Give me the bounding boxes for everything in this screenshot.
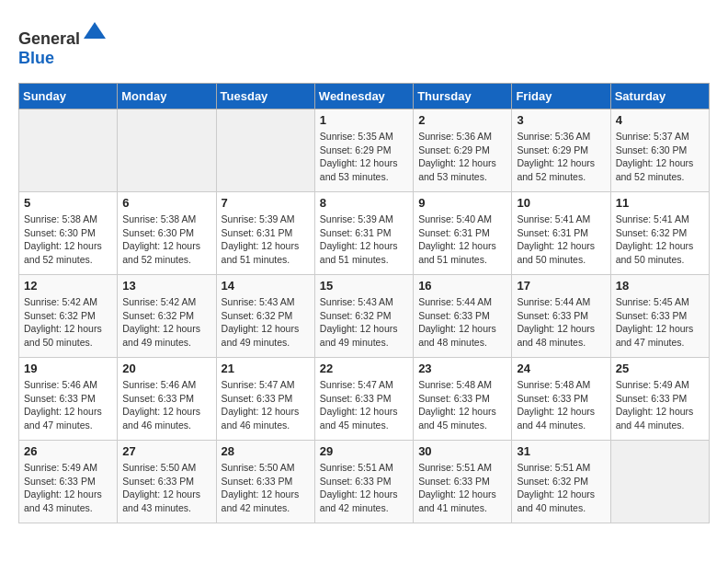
day-number: 15 (320, 279, 408, 293)
day-number: 10 (517, 196, 605, 210)
weekday-header-friday: Friday (512, 84, 610, 109)
day-info: Sunrise: 5:44 AMSunset: 6:33 PMDaylight:… (517, 295, 605, 350)
day-cell: 24Sunrise: 5:48 AMSunset: 6:33 PMDayligh… (512, 358, 610, 441)
day-cell: 10Sunrise: 5:41 AMSunset: 6:31 PMDayligh… (512, 192, 610, 275)
day-number: 22 (320, 362, 408, 375)
calendar-body: 1Sunrise: 5:35 AMSunset: 6:29 PMDaylight… (19, 109, 710, 523)
day-number: 7 (222, 196, 310, 210)
day-cell (118, 109, 216, 192)
day-number: 5 (24, 196, 112, 210)
day-info: Sunrise: 5:41 AMSunset: 6:32 PMDaylight:… (616, 213, 704, 267)
day-info: Sunrise: 5:35 AMSunset: 6:29 PMDaylight:… (320, 130, 408, 184)
day-number: 17 (517, 279, 605, 293)
day-info: Sunrise: 5:48 AMSunset: 6:33 PMDaylight:… (418, 378, 506, 432)
day-info: Sunrise: 5:51 AMSunset: 6:32 PMDaylight:… (517, 461, 605, 515)
day-number: 13 (122, 279, 210, 293)
week-row-1: 1Sunrise: 5:35 AMSunset: 6:29 PMDaylight… (19, 109, 710, 192)
weekday-header-sunday: Sunday (19, 84, 118, 109)
day-cell: 22Sunrise: 5:47 AMSunset: 6:33 PMDayligh… (314, 358, 413, 441)
day-number: 26 (24, 444, 112, 458)
day-info: Sunrise: 5:43 AMSunset: 6:32 PMDaylight:… (222, 295, 310, 350)
day-number: 1 (320, 113, 408, 127)
day-info: Sunrise: 5:37 AMSunset: 6:30 PMDaylight:… (616, 130, 704, 184)
logo: General Blue (18, 18, 108, 68)
day-cell: 14Sunrise: 5:43 AMSunset: 6:32 PMDayligh… (216, 275, 314, 358)
day-cell: 28Sunrise: 5:50 AMSunset: 6:33 PMDayligh… (216, 441, 314, 523)
logo-general: General (18, 29, 80, 48)
day-cell: 8Sunrise: 5:39 AMSunset: 6:31 PMDaylight… (314, 192, 413, 275)
day-number: 23 (418, 362, 506, 375)
logo-icon (82, 18, 108, 44)
day-info: Sunrise: 5:36 AMSunset: 6:29 PMDaylight:… (418, 130, 506, 184)
day-number: 9 (418, 196, 506, 210)
day-number: 2 (418, 113, 506, 127)
day-info: Sunrise: 5:49 AMSunset: 6:33 PMDaylight:… (616, 378, 704, 432)
day-cell: 4Sunrise: 5:37 AMSunset: 6:30 PMDaylight… (610, 109, 709, 192)
week-row-5: 26Sunrise: 5:49 AMSunset: 6:33 PMDayligh… (19, 441, 710, 523)
day-number: 27 (122, 444, 210, 458)
day-cell: 25Sunrise: 5:49 AMSunset: 6:33 PMDayligh… (610, 358, 709, 441)
day-info: Sunrise: 5:46 AMSunset: 6:33 PMDaylight:… (24, 378, 112, 432)
day-cell: 27Sunrise: 5:50 AMSunset: 6:33 PMDayligh… (118, 441, 216, 523)
day-info: Sunrise: 5:46 AMSunset: 6:33 PMDaylight:… (122, 378, 210, 432)
day-cell: 7Sunrise: 5:39 AMSunset: 6:31 PMDaylight… (216, 192, 314, 275)
weekday-header-monday: Monday (118, 84, 216, 109)
day-info: Sunrise: 5:42 AMSunset: 6:32 PMDaylight:… (122, 295, 210, 350)
day-number: 30 (418, 444, 506, 458)
day-cell (610, 441, 709, 523)
day-number: 20 (122, 362, 210, 375)
day-info: Sunrise: 5:40 AMSunset: 6:31 PMDaylight:… (418, 213, 506, 267)
day-number: 16 (418, 279, 506, 293)
day-info: Sunrise: 5:47 AMSunset: 6:33 PMDaylight:… (320, 378, 408, 432)
day-number: 29 (320, 444, 408, 458)
day-cell: 18Sunrise: 5:45 AMSunset: 6:33 PMDayligh… (610, 275, 709, 358)
day-cell: 6Sunrise: 5:38 AMSunset: 6:30 PMDaylight… (118, 192, 216, 275)
day-number: 8 (320, 196, 408, 210)
day-info: Sunrise: 5:47 AMSunset: 6:33 PMDaylight:… (222, 378, 310, 432)
day-info: Sunrise: 5:42 AMSunset: 6:32 PMDaylight:… (24, 295, 112, 350)
day-cell: 5Sunrise: 5:38 AMSunset: 6:30 PMDaylight… (19, 192, 118, 275)
day-number: 24 (517, 362, 605, 375)
day-cell: 19Sunrise: 5:46 AMSunset: 6:33 PMDayligh… (19, 358, 118, 441)
day-number: 21 (222, 362, 310, 375)
day-cell: 31Sunrise: 5:51 AMSunset: 6:32 PMDayligh… (512, 441, 610, 523)
day-info: Sunrise: 5:36 AMSunset: 6:29 PMDaylight:… (517, 130, 605, 184)
day-cell: 30Sunrise: 5:51 AMSunset: 6:33 PMDayligh… (414, 441, 512, 523)
calendar-table: SundayMondayTuesdayWednesdayThursdayFrid… (18, 83, 710, 523)
day-number: 4 (616, 113, 704, 127)
day-cell: 26Sunrise: 5:49 AMSunset: 6:33 PMDayligh… (19, 441, 118, 523)
day-info: Sunrise: 5:51 AMSunset: 6:33 PMDaylight:… (320, 461, 408, 515)
logo-blue: Blue (18, 49, 54, 67)
day-cell: 11Sunrise: 5:41 AMSunset: 6:32 PMDayligh… (610, 192, 709, 275)
day-cell: 17Sunrise: 5:44 AMSunset: 6:33 PMDayligh… (512, 275, 610, 358)
day-info: Sunrise: 5:38 AMSunset: 6:30 PMDaylight:… (24, 213, 112, 267)
day-cell: 3Sunrise: 5:36 AMSunset: 6:29 PMDaylight… (512, 109, 610, 192)
day-cell: 12Sunrise: 5:42 AMSunset: 6:32 PMDayligh… (19, 275, 118, 358)
svg-rect-1 (91, 31, 98, 39)
day-cell: 23Sunrise: 5:48 AMSunset: 6:33 PMDayligh… (414, 358, 512, 441)
day-info: Sunrise: 5:50 AMSunset: 6:33 PMDaylight:… (122, 461, 210, 515)
day-info: Sunrise: 5:41 AMSunset: 6:31 PMDaylight:… (517, 213, 605, 267)
day-cell: 16Sunrise: 5:44 AMSunset: 6:33 PMDayligh… (414, 275, 512, 358)
week-row-4: 19Sunrise: 5:46 AMSunset: 6:33 PMDayligh… (19, 358, 710, 441)
day-number: 14 (222, 279, 310, 293)
day-cell: 2Sunrise: 5:36 AMSunset: 6:29 PMDaylight… (414, 109, 512, 192)
day-number: 18 (616, 279, 704, 293)
day-info: Sunrise: 5:45 AMSunset: 6:33 PMDaylight:… (616, 295, 704, 350)
day-cell (19, 109, 118, 192)
day-number: 31 (517, 444, 605, 458)
day-cell: 21Sunrise: 5:47 AMSunset: 6:33 PMDayligh… (216, 358, 314, 441)
logo-text: General Blue (18, 18, 108, 68)
day-info: Sunrise: 5:38 AMSunset: 6:30 PMDaylight:… (122, 213, 210, 267)
day-number: 3 (517, 113, 605, 127)
day-number: 19 (24, 362, 112, 375)
day-number: 28 (222, 444, 310, 458)
weekday-header-wednesday: Wednesday (314, 84, 413, 109)
weekday-header-tuesday: Tuesday (216, 84, 314, 109)
day-info: Sunrise: 5:50 AMSunset: 6:33 PMDaylight:… (222, 461, 310, 515)
day-cell: 20Sunrise: 5:46 AMSunset: 6:33 PMDayligh… (118, 358, 216, 441)
day-cell: 1Sunrise: 5:35 AMSunset: 6:29 PMDaylight… (314, 109, 413, 192)
day-cell: 29Sunrise: 5:51 AMSunset: 6:33 PMDayligh… (314, 441, 413, 523)
day-number: 11 (616, 196, 704, 210)
day-info: Sunrise: 5:43 AMSunset: 6:32 PMDaylight:… (320, 295, 408, 350)
